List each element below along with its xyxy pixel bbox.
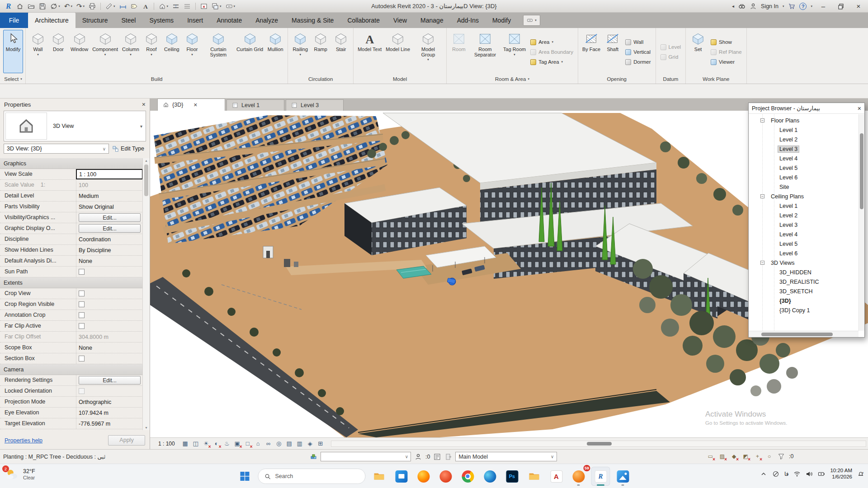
wifi-icon[interactable] (793, 470, 801, 478)
switch-windows-button[interactable]: ▾ (211, 1, 222, 11)
railing-button[interactable]: Railing▾ (290, 30, 310, 73)
scale-button[interactable]: 1 : 100 (154, 441, 179, 447)
horizontal-scrollbar-thumb[interactable] (587, 442, 612, 446)
edit-type-button[interactable]: Edit Type (112, 145, 146, 152)
tag-room-dropdown-icon[interactable]: ▾ (514, 53, 515, 56)
aligned-dimension-button[interactable] (118, 1, 127, 11)
curtain-grid-button[interactable]: Curtain Grid (235, 30, 265, 73)
tree-item-site[interactable]: Site (749, 182, 859, 192)
tree-item-level-1[interactable]: Level 1 (749, 201, 859, 211)
room-separator-button[interactable]: Room Separator (469, 30, 501, 73)
tree-item-level-2[interactable]: Level 2 (749, 211, 859, 220)
selection-toggle-pinned-off-button[interactable]: ◆× (730, 452, 738, 460)
worksets-combobox[interactable]: ∨ (321, 452, 411, 461)
detail-level-button[interactable]: ◫ (191, 439, 200, 448)
taskbar-app-photoshop[interactable]: Ps (503, 467, 522, 486)
design-options-icon[interactable] (433, 452, 441, 461)
taskbar-app-microsoft-store[interactable] (392, 467, 411, 486)
tab-structure[interactable]: Structure (75, 13, 115, 28)
do-not-disturb-icon[interactable] (772, 470, 779, 478)
tray-chevron-icon[interactable] (760, 470, 767, 478)
column-dropdown-icon[interactable]: ▾ (130, 53, 132, 56)
curtain-system-button[interactable]: Curtain System (203, 30, 234, 73)
wall-button[interactable]: Wall▾ (28, 30, 48, 73)
close-hidden-windows-button[interactable] (199, 1, 208, 11)
edit-button[interactable]: Edit... (79, 213, 141, 222)
floor-button[interactable]: Floor▾ (182, 30, 202, 73)
sync-with-central-button[interactable]: ▾ (49, 1, 61, 11)
help-icon[interactable]: ? (799, 3, 807, 10)
area-button[interactable]: Area▾ (530, 38, 573, 46)
start-button[interactable] (236, 467, 254, 485)
ramp-button[interactable]: Ramp (311, 30, 330, 73)
ribbon-display-toggle[interactable]: ▾ (523, 15, 540, 26)
view-selector-combobox[interactable]: 3D View: {3D}∨ (4, 144, 109, 154)
tab-insert[interactable]: Insert (180, 13, 210, 28)
editable-only-icon[interactable] (414, 452, 422, 461)
wall-button[interactable]: Wall (625, 38, 651, 46)
tag-area-button[interactable]: Tag Area▾ (530, 58, 573, 66)
model-group-button[interactable]: Model Group▾ (412, 30, 444, 73)
area-dropdown-icon[interactable]: ▾ (552, 40, 553, 44)
view-tab-close-icon[interactable]: × (193, 101, 197, 108)
default-3d-view-button[interactable]: ▾ (158, 1, 170, 11)
taskbar-search[interactable]: Search (258, 469, 366, 484)
tree-item-level-6[interactable]: Level 6 (749, 249, 859, 258)
revit-logo-button[interactable]: R (4, 1, 13, 11)
edit-button[interactable]: Edit... (79, 224, 141, 233)
component-dropdown-icon[interactable]: ▾ (104, 53, 106, 56)
roof-button[interactable]: Roof▾ (142, 30, 161, 73)
tree-item-level-5[interactable]: Level 5 (749, 239, 859, 249)
model-text-button[interactable]: Model Text (356, 30, 383, 73)
component-button[interactable]: Component▾ (90, 30, 120, 73)
project-browser-hscrollbar[interactable] (749, 331, 859, 337)
tag-room-button[interactable]: Tag Room▾ (501, 30, 528, 73)
edit-button[interactable]: Edit... (79, 376, 141, 385)
apply-button[interactable]: Apply (108, 435, 145, 446)
clock[interactable]: 10:20 AM1/6/2026 (830, 468, 852, 480)
taskbar-app-brave[interactable] (436, 467, 455, 486)
temporary-view-properties-button[interactable]: ▤ (285, 439, 294, 448)
language-indicator[interactable]: فا (784, 471, 788, 477)
properties-help-link[interactable]: Properties help (5, 437, 42, 444)
drag-elements-on-selection-off-button[interactable]: +× (753, 452, 762, 460)
horizontal-scrollbar[interactable] (331, 441, 866, 447)
ceiling-button[interactable]: Ceiling (162, 30, 182, 73)
tree-item-3d[interactable]: {3D} (749, 296, 859, 305)
taskbar-app-folder[interactable] (525, 467, 544, 486)
taskbar-app-chrome[interactable] (458, 467, 477, 486)
displace-elements-button[interactable]: ◈ (306, 439, 315, 448)
tree-item-3d-sketch[interactable]: 3D_SKETCH (749, 286, 859, 296)
open-button[interactable] (27, 1, 36, 11)
column-button[interactable]: Column▾ (120, 30, 141, 73)
collapse-icon[interactable]: − (760, 194, 764, 198)
panel-label-model[interactable]: Model (354, 74, 446, 84)
help-dropdown-icon[interactable]: ▾ (811, 5, 812, 8)
customize-quick-access-toolbar-button[interactable]: ▾ (225, 1, 236, 11)
taskbar-app-firefox[interactable] (414, 467, 433, 486)
undo-dropdown-icon[interactable]: ▾ (71, 5, 72, 8)
panel-label-opening[interactable]: Opening (579, 74, 655, 84)
measure-button[interactable]: ▾ (104, 1, 116, 11)
tree-item-level-1[interactable]: Level 1 (749, 125, 859, 135)
mullion-button[interactable]: Mullion (265, 30, 285, 73)
taskbar-app-autocad[interactable]: A (547, 467, 566, 486)
railing-dropdown-icon[interactable]: ▾ (299, 53, 301, 56)
show-rendering-dialog-button[interactable]: ♨ (222, 439, 231, 448)
tab-view[interactable]: View (387, 13, 414, 28)
shaft-button[interactable]: Shaft (603, 30, 623, 73)
restore-button[interactable] (834, 1, 848, 11)
type-selector[interactable]: 3D View ▾ (4, 111, 146, 141)
notification-bell-icon[interactable] (857, 470, 864, 478)
tag-area-dropdown-icon[interactable]: ▾ (561, 60, 563, 64)
panel-label-circulation[interactable]: Circulation (288, 74, 353, 84)
tree-item-level-3[interactable]: Level 3 (749, 220, 859, 230)
model-line-button[interactable]: Model Line (384, 30, 412, 73)
view-tab-3d[interactable]: {3D}× (157, 99, 225, 111)
by-face-button[interactable]: By Face (580, 30, 602, 73)
door-button[interactable]: Door (48, 30, 68, 73)
account-icon[interactable] (750, 3, 757, 10)
battery-icon[interactable] (818, 470, 825, 478)
show-crop-region-off-button[interactable]: □× (243, 439, 252, 448)
stair-button[interactable]: Stair (331, 30, 351, 73)
